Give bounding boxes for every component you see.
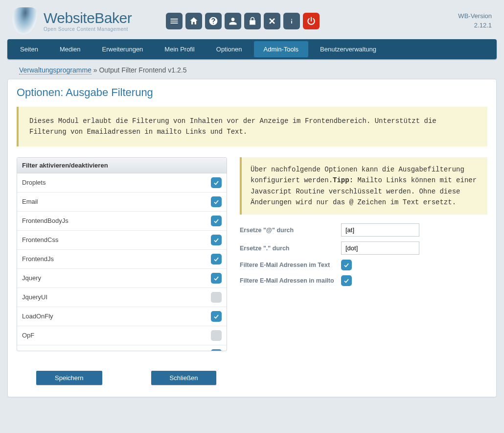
close-icon[interactable] bbox=[264, 13, 280, 29]
filter-checkbox[interactable] bbox=[211, 254, 222, 265]
info-icon[interactable] bbox=[283, 13, 300, 29]
filter-table-heading: Filter aktivieren/deaktivieren bbox=[22, 162, 204, 169]
filter-mailto-label: Filtere E-Mail Adressen in mailto bbox=[240, 277, 335, 284]
filter-name: LoadOnFly bbox=[22, 313, 211, 320]
breadcrumb-root[interactable]: Verwaltungsprogramme bbox=[19, 66, 92, 74]
filter-text-label: Filtere E-Mail Adressen im Text bbox=[240, 262, 335, 268]
filter-checkbox[interactable] bbox=[211, 196, 222, 207]
lock-icon[interactable] bbox=[244, 13, 261, 29]
filter-checkbox[interactable] bbox=[211, 292, 222, 303]
filter-row: Jquery bbox=[17, 269, 227, 288]
filter-table: Filter aktivieren/deaktivieren DropletsE… bbox=[17, 157, 227, 351]
home-icon[interactable] bbox=[185, 13, 202, 29]
help-icon[interactable] bbox=[205, 13, 222, 29]
nav-item-seiten[interactable]: Seiten bbox=[10, 41, 48, 57]
filter-row: FrontendJs bbox=[17, 250, 227, 269]
nav-item-medien[interactable]: Medien bbox=[50, 41, 91, 57]
filter-checkbox[interactable] bbox=[211, 311, 222, 322]
tip-bold: Tipp: bbox=[333, 176, 353, 184]
filter-checkbox[interactable] bbox=[211, 330, 222, 341]
filter-checkbox[interactable] bbox=[211, 349, 222, 351]
top-icon-bar bbox=[166, 13, 320, 29]
version-label: WB-Version bbox=[458, 12, 492, 21]
filter-name: JqueryUI bbox=[22, 293, 211, 301]
filter-name: FrontendCss bbox=[22, 236, 211, 243]
breadcrumb: Verwaltungsprogramme » Output Filter Fro… bbox=[7, 59, 497, 79]
filter-row: Email bbox=[17, 192, 227, 212]
nav-item-benutzerverwaltung[interactable]: Benutzerverwaltung bbox=[310, 41, 386, 57]
user-icon[interactable] bbox=[225, 13, 241, 29]
replace-dot-label: Ersetze "." durch bbox=[240, 245, 335, 252]
filter-row: JqueryUI bbox=[17, 288, 227, 307]
filter-table-body[interactable]: DropletsEmailFrontendBodyJsFrontendCssFr… bbox=[17, 173, 227, 351]
filter-row: FrontendBodyJs bbox=[17, 212, 227, 231]
replace-at-label: Ersetze "@" durch bbox=[240, 227, 335, 234]
version-number: 2.12.1 bbox=[458, 21, 492, 30]
filter-name: Droplets bbox=[22, 179, 211, 186]
filter-name: FrontendBodyJs bbox=[22, 217, 211, 224]
logo: WebsiteBaker Open Source Content Managem… bbox=[12, 7, 132, 34]
main-nav: SeitenMedienErweiterungenMein ProfilOpti… bbox=[7, 39, 497, 59]
filter-row: FrontendCss bbox=[17, 231, 227, 250]
filter-checkbox[interactable] bbox=[211, 177, 222, 188]
logo-icon bbox=[11, 7, 38, 34]
module-description: Dieses Modul erlaubt die Filterung von I… bbox=[17, 107, 487, 146]
filter-row: RegisterModFiles bbox=[17, 345, 227, 351]
filter-checkbox[interactable] bbox=[211, 216, 222, 226]
filter-name: Jquery bbox=[22, 274, 211, 282]
filter-row: LoadOnFly bbox=[17, 307, 227, 326]
replace-dot-input[interactable] bbox=[341, 241, 419, 255]
filter-checkbox[interactable] bbox=[211, 273, 222, 284]
panel-title: Optionen: Ausgabe Filterung bbox=[17, 86, 487, 99]
close-button[interactable]: Schließen bbox=[151, 371, 217, 385]
menu-icon[interactable] bbox=[166, 13, 183, 29]
brand-title: WebsiteBaker bbox=[44, 10, 132, 26]
filter-mailto-checkbox[interactable] bbox=[341, 275, 352, 286]
replace-at-input[interactable] bbox=[341, 223, 419, 237]
breadcrumb-sep: » bbox=[93, 66, 97, 74]
nav-item-admin-tools[interactable]: Admin-Tools bbox=[254, 41, 309, 57]
filter-row: OpF bbox=[17, 326, 227, 345]
filter-text-checkbox[interactable] bbox=[341, 260, 352, 270]
save-button[interactable]: Speichern bbox=[36, 371, 102, 385]
brand-subtitle: Open Source Content Management bbox=[44, 26, 132, 32]
version-info: WB-Version 2.12.1 bbox=[458, 12, 492, 29]
power-icon[interactable] bbox=[303, 13, 320, 29]
filter-name: OpF bbox=[22, 332, 211, 339]
nav-item-optionen[interactable]: Optionen bbox=[206, 41, 252, 57]
config-tip: Über nachfolgende Optionen kann die Ausg… bbox=[240, 157, 487, 215]
filter-row: Droplets bbox=[17, 173, 227, 192]
filter-checkbox[interactable] bbox=[211, 235, 222, 245]
filter-name: FrontendJs bbox=[22, 255, 211, 263]
main-panel: Optionen: Ausgabe Filterung Dieses Modul… bbox=[7, 79, 497, 397]
nav-item-mein-profil[interactable]: Mein Profil bbox=[155, 41, 204, 57]
filter-name: Email bbox=[22, 198, 211, 205]
breadcrumb-current: Output Filter Frontend v1.2.5 bbox=[99, 66, 186, 74]
header: WebsiteBaker Open Source Content Managem… bbox=[7, 5, 497, 39]
nav-item-erweiterungen[interactable]: Erweiterungen bbox=[92, 41, 153, 57]
